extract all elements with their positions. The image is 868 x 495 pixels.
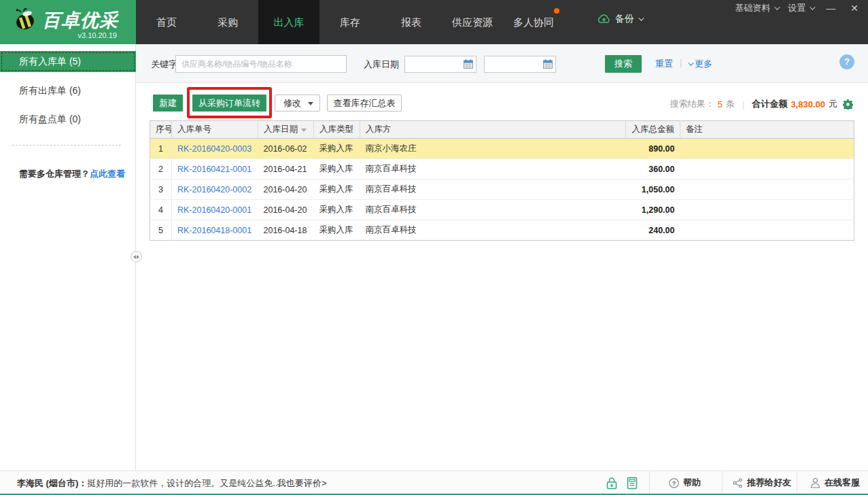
cell-date: 2016-04-18 bbox=[258, 220, 314, 241]
date-to-input[interactable] bbox=[484, 56, 556, 73]
cell-date: 2016-04-20 bbox=[258, 180, 314, 200]
search-button[interactable]: 搜索 bbox=[605, 55, 642, 73]
splitter-toggle-icon bbox=[137, 255, 139, 259]
cell-type: 采购入库 bbox=[314, 180, 360, 200]
sidebar-item-outbound-orders[interactable]: 所有出库单 (6) bbox=[0, 80, 136, 101]
close-button[interactable]: ✕ bbox=[848, 3, 861, 14]
recommend-button[interactable]: 推荐给好友 bbox=[733, 477, 791, 489]
table-row[interactable]: 1 RK-20160420-0003 2016-06-02 采购入库 南京小海农… bbox=[150, 139, 854, 159]
backup-menu[interactable]: 备份 bbox=[597, 13, 642, 25]
cell-seq: 3 bbox=[150, 180, 172, 200]
lock-icon[interactable] bbox=[606, 477, 618, 490]
backup-label: 备份 bbox=[615, 13, 634, 25]
write-review-link[interactable]: 我也要评价> bbox=[277, 477, 327, 490]
cell-party: 南京百卓科技 bbox=[360, 159, 626, 180]
transfer-from-po-button[interactable]: 从采购订单流转 bbox=[192, 95, 266, 112]
results-divider: | bbox=[742, 99, 744, 109]
basic-data-menu[interactable]: 基础资料 bbox=[735, 2, 778, 14]
chevron-down-icon bbox=[774, 4, 780, 10]
col-header-total: 入库总金额 bbox=[626, 121, 680, 139]
results-count: 5 bbox=[718, 99, 723, 109]
table-row[interactable]: 2 RK-20160421-0001 2016-04-21 采购入库 南京百卓科… bbox=[150, 159, 854, 180]
modify-label: 修改 bbox=[283, 98, 301, 108]
cell-remark bbox=[680, 180, 854, 200]
minimize-button[interactable]: — bbox=[823, 3, 838, 14]
notification-dot bbox=[554, 8, 559, 14]
question-circle-icon: ? bbox=[669, 478, 679, 488]
settings-label: 设置 bbox=[788, 2, 805, 14]
date-from-input[interactable] bbox=[404, 56, 476, 73]
table-row[interactable]: 3 RK-20160420-0002 2016-04-20 采购入库 南京百卓科… bbox=[150, 180, 854, 200]
cell-date: 2016-06-02 bbox=[258, 139, 314, 159]
statusbar-divider bbox=[649, 471, 650, 494]
cell-amount: 1,050.00 bbox=[626, 180, 680, 200]
sort-down-icon bbox=[301, 129, 307, 132]
order-link[interactable]: RK-20160420-0003 bbox=[177, 144, 251, 154]
col-header-party: 入库方 bbox=[360, 121, 626, 139]
cell-remark bbox=[680, 159, 854, 180]
modify-dropdown[interactable]: 修改 bbox=[275, 95, 320, 112]
col-header-remark: 备注 bbox=[680, 121, 854, 139]
cell-remark bbox=[680, 220, 854, 241]
chevron-down-icon bbox=[810, 4, 815, 10]
calculator-icon[interactable] bbox=[626, 477, 638, 490]
cell-type: 采购入库 bbox=[314, 220, 360, 241]
multi-warehouse-promo: 需要多仓库管理？点此查看 bbox=[19, 168, 125, 180]
new-button[interactable]: 新建 bbox=[153, 95, 183, 112]
nav-item-supply[interactable]: 供应资源 bbox=[442, 0, 503, 44]
col-header-seq: 序号 bbox=[150, 121, 172, 139]
app-window: { "app": { "name": "百卓优采", "version": "v… bbox=[0, 0, 868, 495]
order-link[interactable]: RK-20160420-0002 bbox=[177, 185, 251, 194]
order-link[interactable]: RK-20160418-0001 bbox=[177, 226, 251, 235]
main-content: 关键字 入库日期 - 搜索 重置 | 更多 ? 新建 从采购订单流 bbox=[136, 44, 868, 471]
order-link[interactable]: RK-20160420-0001 bbox=[177, 205, 251, 215]
results-unit: 条 bbox=[726, 98, 735, 110]
cell-remark bbox=[680, 200, 854, 220]
col-header-order-no: 入库单号 bbox=[172, 121, 258, 139]
cell-amount: 1,290.00 bbox=[626, 200, 680, 220]
sidebar-collapse-toggle[interactable] bbox=[131, 251, 142, 262]
online-service-button[interactable]: 在线客服 bbox=[810, 477, 860, 489]
help-button[interactable]: ? 帮助 bbox=[669, 477, 701, 489]
cell-type: 采购入库 bbox=[314, 139, 360, 159]
recommend-label: 推荐给好友 bbox=[747, 477, 791, 489]
keyword-input[interactable] bbox=[175, 55, 347, 73]
cell-remark bbox=[680, 139, 854, 159]
table-row[interactable]: 5 RK-20160418-0001 2016-04-18 采购入库 南京百卓科… bbox=[150, 220, 854, 241]
nav-item-inout-warehouse[interactable]: 出入库 bbox=[258, 0, 319, 44]
sidebar-item-stocktake-orders[interactable]: 所有盘点单 (0) bbox=[0, 109, 136, 130]
table-row[interactable]: 4 RK-20160420-0001 2016-04-20 采购入库 南京百卓科… bbox=[150, 200, 854, 220]
calendar-icon bbox=[464, 59, 473, 69]
more-filters-link[interactable]: 更多 bbox=[688, 58, 712, 70]
basic-data-label: 基础资料 bbox=[735, 2, 770, 14]
view-inventory-summary-button[interactable]: 查看库存汇总表 bbox=[327, 95, 402, 112]
cell-party: 南京百卓科技 bbox=[360, 200, 626, 220]
cell-date: 2016-04-20 bbox=[258, 200, 314, 220]
settings-menu[interactable]: 设置 bbox=[788, 2, 814, 14]
col-header-date-label: 入库日期 bbox=[264, 124, 298, 134]
cell-amount: 360.00 bbox=[626, 159, 680, 180]
col-header-date[interactable]: 入库日期 bbox=[258, 121, 314, 139]
gear-icon[interactable] bbox=[843, 99, 853, 109]
person-icon bbox=[810, 477, 820, 488]
logo-area: 百卓优采 v3.10.20.19 bbox=[0, 0, 136, 44]
cell-amount: 240.00 bbox=[626, 220, 680, 241]
nav-item-home[interactable]: 首页 bbox=[136, 0, 197, 44]
nav-item-collaboration[interactable]: 多人协同 bbox=[503, 0, 564, 44]
cell-party: 南京小海农庄 bbox=[360, 139, 626, 159]
help-icon[interactable]: ? bbox=[839, 54, 854, 69]
nav-item-inventory[interactable]: 库存 bbox=[319, 0, 381, 44]
sidebar-item-inbound-orders[interactable]: 所有入库单 (5) bbox=[0, 51, 136, 72]
more-label: 更多 bbox=[695, 58, 712, 70]
user-review: 李海民 (烟台市)：挺好用的一款软件，设计的合理。又是纯公益免... bbox=[17, 477, 280, 490]
nav-item-purchase[interactable]: 采购 bbox=[197, 0, 258, 44]
order-link[interactable]: RK-20160421-0001 bbox=[177, 165, 251, 174]
window-menus: 基础资料 设置 — ✕ bbox=[735, 0, 861, 16]
splitter-toggle-icon bbox=[133, 255, 136, 259]
cell-party: 南京百卓科技 bbox=[360, 220, 626, 241]
reset-link[interactable]: 重置 bbox=[655, 58, 673, 70]
cell-seq: 5 bbox=[150, 220, 172, 241]
promo-link[interactable]: 点此查看 bbox=[90, 169, 125, 179]
nav-item-reports[interactable]: 报表 bbox=[381, 0, 442, 44]
inbound-orders-table: 序号 入库单号 入库日期 入库类型 入库方 入库总金额 备注 1 RK-2016… bbox=[150, 120, 854, 241]
